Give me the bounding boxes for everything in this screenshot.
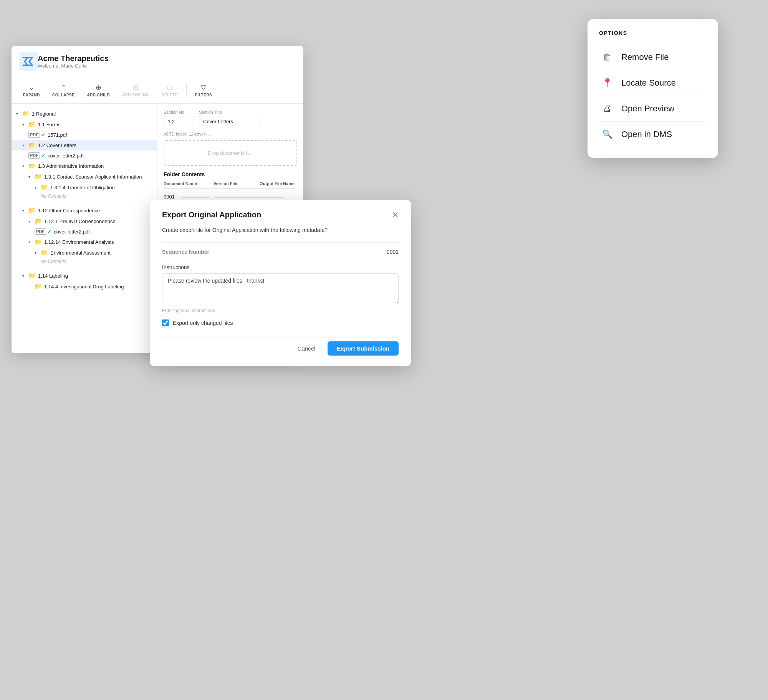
svg-rect-0 xyxy=(19,52,38,71)
tree-item[interactable]: ▾ 📁 1.12 Other Correspondence xyxy=(12,205,157,216)
add-child-icon: ⊕ xyxy=(96,83,101,92)
export-dialog: Export Original Application ✕ Create exp… xyxy=(150,200,411,366)
delete-icon: □ xyxy=(167,84,172,92)
drop-zone-text: Drop documents h... xyxy=(208,150,253,156)
folder-icon: 📁 xyxy=(28,121,36,128)
tree-item-label: 1571.pdf xyxy=(48,132,67,138)
file-icon: PDF ✔ xyxy=(28,132,45,138)
file-icon: PDF ✔ xyxy=(35,228,51,235)
expand-arrow: ▾ xyxy=(22,164,27,168)
export-only-changed-checkbox[interactable] xyxy=(162,319,169,326)
section-no-label: Section No. xyxy=(164,110,194,114)
dialog-close-button[interactable]: ✕ xyxy=(392,211,399,219)
expand-arrow: ▾ xyxy=(28,219,33,223)
tree-item-label: 1.14 Labeling xyxy=(38,273,68,279)
add-sibling-button[interactable]: ⊞ ADD SIBLING xyxy=(117,80,155,100)
dialog-header: Export Original Application ✕ xyxy=(162,210,399,219)
sequence-number-value: 0001 xyxy=(387,249,399,255)
delete-label: DELETE xyxy=(161,93,177,97)
collapse-icon: ⌃ xyxy=(61,83,66,92)
export-only-changed-row: Export only changed files xyxy=(162,319,399,326)
tree-item[interactable]: ▾ 📁 1.12.1 Pre IND Correspondence xyxy=(12,216,157,227)
expand-arrow: ▾ xyxy=(35,251,39,255)
table-header: Document Name Version File Output File N… xyxy=(164,181,297,189)
delete-button[interactable]: □ DELETE xyxy=(156,81,183,100)
tree-item-label: 1.1 Forms xyxy=(38,122,61,127)
folder-icon: 📁 xyxy=(35,283,42,290)
check-badge: ✔ xyxy=(47,229,51,235)
section-title-input[interactable] xyxy=(199,116,260,127)
company-name: Acme Therapeutics xyxy=(38,54,109,63)
toolbar-separator xyxy=(186,83,187,97)
filters-label: FILTERS xyxy=(195,93,212,97)
tree-item-label: 1.2 Cover Letters xyxy=(38,142,76,148)
dialog-actions: Cancel Export Submission xyxy=(162,337,399,356)
open-preview-label: Open Preview xyxy=(621,104,674,114)
tree-item[interactable]: PDF ✔ cover-letter2.pdf xyxy=(12,151,157,161)
tree-item[interactable]: ▾ 📁 1.14 Labeling xyxy=(12,270,157,281)
tree-item-label: 1.12 Other Correspondence xyxy=(38,208,100,213)
no-contents-label: No Contents xyxy=(12,193,157,200)
add-sibling-icon: ⊞ xyxy=(133,83,139,92)
section-no-input[interactable] xyxy=(164,116,194,127)
tree-item[interactable]: PDF ✔ 1571.pdf xyxy=(12,130,157,140)
cancel-button[interactable]: Cancel xyxy=(291,341,323,356)
dialog-description: Create export file for Original Applicat… xyxy=(162,227,399,233)
tree-item[interactable]: PDF ✔ cover-letter2.pdf xyxy=(12,227,157,237)
remove-file-option[interactable]: 🗑 Remove File xyxy=(599,45,707,70)
sequence-number-label: Sequence Number xyxy=(162,249,209,255)
sequence-number-row: Sequence Number 0001 xyxy=(162,242,399,261)
tree-item-label: Environmental Assessment xyxy=(50,250,111,256)
open-in-dms-label: Open in DMS xyxy=(621,129,672,139)
filters-button[interactable]: ▽ FILTERS xyxy=(190,80,217,100)
collapse-button[interactable]: ⌃ COLLAPSE xyxy=(47,80,80,100)
folder-contents-label: Folder Contents xyxy=(164,171,297,177)
tree-item-label: 1.3.1 Contact Sponsor Applicant Informat… xyxy=(44,174,142,180)
folder-icon: 📁 xyxy=(35,238,42,245)
tree-panel: ▾ 📁 1 Regional ▾ 📁 1.1 Forms PDF ✔ 1571.… xyxy=(12,104,157,353)
drop-zone[interactable]: Drop documents h... xyxy=(164,140,297,166)
no-contents-label: No Contents xyxy=(12,258,157,265)
open-preview-option[interactable]: 🖨 Open Preview xyxy=(599,96,707,122)
app-toolbar: ⌄ EXPAND ⌃ COLLAPSE ⊕ ADD CHILD ⊞ ADD SI… xyxy=(12,77,303,104)
tree-item[interactable]: ▾ 📁 1 Regional xyxy=(12,108,157,119)
instructions-textarea[interactable]: Please review the updated files - thanks… xyxy=(162,273,399,304)
folder-icon: 📁 xyxy=(35,173,42,180)
expand-button[interactable]: ⌄ EXPAND xyxy=(18,80,45,100)
options-title: OPTIONS xyxy=(599,30,707,36)
tree-item-selected[interactable]: ▾ 📁 1.2 Cover Letters xyxy=(12,140,157,151)
tree-item[interactable]: ▾ 📁 1.12.14 Environmental Analysis xyxy=(12,237,157,247)
ectd-folder-text: eCTD folder: 12-cover-l... xyxy=(164,132,297,136)
tree-item-label: 1.12.14 Environmental Analysis xyxy=(44,239,114,245)
tree-item[interactable]: ▾ 📁 1.3.1.4 Transfer of Obligation xyxy=(12,182,157,193)
options-panel: OPTIONS 🗑 Remove File 📍 Locate Source 🖨 … xyxy=(588,19,718,158)
tree-item[interactable]: ▾ 📁 1.1 Forms xyxy=(12,119,157,130)
section-no-group: Section No. xyxy=(164,110,194,127)
expand-icon: ⌄ xyxy=(28,83,34,92)
check-badge: ✔ xyxy=(41,153,45,159)
export-submission-button[interactable]: Export Submission xyxy=(328,341,399,356)
locate-source-option[interactable]: 📍 Locate Source xyxy=(599,70,707,96)
add-child-button[interactable]: ⊕ ADD CHILD xyxy=(81,80,115,100)
expand-arrow: ▾ xyxy=(35,185,39,190)
filters-icon: ▽ xyxy=(201,83,206,92)
app-header: Acme Therapeutics Welcome, Marie Curie xyxy=(12,46,303,77)
open-in-dms-option[interactable]: 🔍 Open in DMS xyxy=(599,122,707,147)
dialog-title: Export Original Application xyxy=(162,210,261,219)
folder-icon: 📁 xyxy=(28,142,36,149)
tree-item-label: 1.3.1.4 Transfer of Obligation xyxy=(50,185,115,190)
col-doc-name: Document Name xyxy=(164,181,214,186)
folder-icon: 📁 xyxy=(41,249,48,256)
tree-item[interactable]: ▾ 📁 1.3 Administrative Information xyxy=(12,161,157,171)
open-preview-icon: 🖨 xyxy=(599,101,615,117)
expand-arrow: ▾ xyxy=(22,274,27,278)
instructions-hint: Enter optional instructions. xyxy=(162,308,399,313)
locate-source-label: Locate Source xyxy=(621,78,676,88)
add-sibling-label: ADD SIBLING xyxy=(122,93,149,97)
tree-item[interactable]: – 📁 1.14.4 Investigational Drug Labeling xyxy=(12,281,157,292)
tree-item[interactable]: ▾ 📁 Environmental Assessment xyxy=(12,247,157,258)
tree-item-label: 1.14.4 Investigational Drug Labeling xyxy=(44,284,124,290)
tree-item[interactable]: ▾ 📁 1.3.1 Contact Sponsor Applicant Info… xyxy=(12,171,157,182)
col-output: Output File Name xyxy=(260,181,297,186)
collapse-label: COLLAPSE xyxy=(52,93,74,97)
